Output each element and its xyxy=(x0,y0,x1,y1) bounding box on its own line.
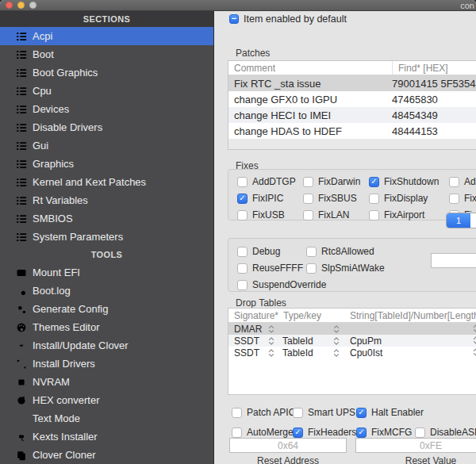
checkbox-addmchc[interactable]: AddMCHC xyxy=(449,176,476,187)
text-lines-icon xyxy=(16,413,27,424)
list-icon xyxy=(16,195,27,206)
sidebar-tool-clover-cloner[interactable]: Clover Cloner xyxy=(0,446,213,464)
type-stepper[interactable] xyxy=(333,324,340,334)
reset-address-label: Reset Address xyxy=(229,455,347,464)
checkbox-fixmcfg[interactable]: FixMCFG xyxy=(356,427,415,438)
sidebar-item-boot[interactable]: Boot xyxy=(0,45,213,63)
patches-row[interactable]: Fix RTC _sta issue 79001415 5F535441 xyxy=(228,75,476,91)
value-stepper[interactable] xyxy=(473,324,476,333)
patches-row[interactable]: change HDAS to HDEF 48444153 xyxy=(228,123,476,139)
sidebar-item-gui[interactable]: Gui xyxy=(0,136,213,155)
fixes-page-2-segment[interactable] xyxy=(470,213,476,228)
checkbox-fixheaders[interactable]: FixHeaders xyxy=(293,427,356,438)
title-bar: con xyxy=(0,0,476,11)
list-icon xyxy=(16,104,27,115)
download-icon xyxy=(16,340,27,351)
sidebar-tool-generate-config[interactable]: Generate Config xyxy=(0,300,213,318)
checkbox-reuseffff[interactable]: ReuseFFFF xyxy=(237,263,306,274)
sidebar-tool-nvram[interactable]: NVRAM xyxy=(0,373,213,391)
zoom-window-button[interactable] xyxy=(29,2,36,9)
sidebar-item-cpu[interactable]: Cpu xyxy=(0,82,213,100)
column-header-string-number[interactable]: String[TableId]/Number[Length] xyxy=(342,310,476,321)
reset-address-field[interactable] xyxy=(229,438,347,453)
signature-stepper[interactable] xyxy=(268,336,274,346)
sidebar-item-rt-variables[interactable]: Rt Variables xyxy=(0,191,213,209)
sidebar-tool-themes-editor[interactable]: Themes Editor xyxy=(0,318,213,336)
checkbox-smart-ups[interactable]: Smart UPS xyxy=(293,407,356,418)
sidebar-tool-hex-converter[interactable]: HEX converter xyxy=(0,391,213,409)
patches-row[interactable]: change HECI to IMEI 48454349 xyxy=(228,107,476,123)
sidebar-tool-install-update-clover[interactable]: Install/Update Clover xyxy=(0,336,213,355)
patches-row[interactable]: change GFX0 to IGPU 47465830 xyxy=(228,91,476,107)
drop-table-row[interactable]: SSDT TableId Cpu0Ist xyxy=(228,347,476,359)
drop-table-row[interactable]: DMAR xyxy=(228,323,476,335)
sidebar-tool-install-drivers[interactable]: Install Drivers xyxy=(0,355,213,373)
gears-icon xyxy=(16,304,27,315)
reset-value-field[interactable] xyxy=(355,438,476,453)
sidebar: SECTIONS Acpi Boot Boot Graphics Cpu Dev… xyxy=(0,11,214,464)
sidebar-tool-boot-log[interactable]: Boot.log xyxy=(0,282,213,300)
checkbox-fixshutdown[interactable]: FixShutdown xyxy=(369,176,449,187)
checkbox-disableaspm[interactable]: DisableASPM xyxy=(415,427,476,438)
signature-stepper[interactable] xyxy=(268,348,274,358)
checkbox-debug[interactable]: Debug xyxy=(237,246,306,257)
fixes-page-control: 1 xyxy=(446,213,476,228)
item-enabled-default-checkbox[interactable] xyxy=(229,14,239,24)
sidebar-item-disable-drivers[interactable]: Disable Drivers xyxy=(0,118,213,136)
tools-icon xyxy=(16,359,27,370)
list-icon xyxy=(16,177,27,188)
list-icon xyxy=(16,67,27,79)
refresh-icon xyxy=(16,395,27,406)
item-enabled-default-row: Item enabled by default xyxy=(229,13,347,25)
minimize-window-button[interactable] xyxy=(17,2,25,9)
patches-title: Patches xyxy=(236,48,270,59)
type-stepper[interactable] xyxy=(333,336,340,346)
sidebar-tool-kexts-installer[interactable]: Kexts Installer xyxy=(0,428,213,446)
column-header-signature[interactable]: Signature* xyxy=(228,310,277,321)
drop-tables-title: Drop Tables xyxy=(236,297,286,309)
checkbox-fixdarwin[interactable]: FixDarwin xyxy=(303,176,369,187)
sidebar-item-boot-graphics[interactable]: Boot Graphics xyxy=(0,63,213,82)
sidebar-item-kernel-and-kext-patches[interactable]: Kernel and Kext Patches xyxy=(0,173,213,191)
checkbox-adddtgp[interactable]: AddDTGP xyxy=(237,176,303,187)
drive-icon xyxy=(16,267,27,278)
sidebar-item-smbios[interactable]: SMBIOS xyxy=(0,209,213,228)
sidebar-item-devices[interactable]: Devices xyxy=(0,100,213,118)
close-window-button[interactable] xyxy=(6,2,13,9)
checkbox-fixsbus[interactable]: FixSBUS xyxy=(303,193,369,204)
checkbox-rtc8allowed[interactable]: Rtc8Allowed xyxy=(306,246,374,257)
copy-icon xyxy=(16,450,27,461)
checkbox-fixdisplay[interactable]: FixDisplay xyxy=(369,193,449,204)
app-window: con SECTIONS Acpi Boot Boot Graphics Cpu… xyxy=(0,0,476,464)
plug-icon xyxy=(16,431,27,443)
bottom-row-1: Patch APIC Smart UPS Halt Enabler xyxy=(232,407,424,418)
checkbox-halt-enabler[interactable]: Halt Enabler xyxy=(356,407,424,418)
checkbox-fixusb[interactable]: FixUSB xyxy=(237,209,303,220)
checkbox-fixairport[interactable]: FixAirport xyxy=(369,209,449,220)
sidebar-tool-mount-efi[interactable]: Mount EFI xyxy=(0,263,213,282)
checkbox-automerge[interactable]: AutoMerge xyxy=(232,427,293,438)
checkbox-suspendoverride[interactable]: SuspendOverride xyxy=(237,279,326,290)
checkbox-slpsmiatwake[interactable]: SlpSmiAtWake xyxy=(306,263,385,274)
checkbox-patch-apic[interactable]: Patch APIC xyxy=(232,407,293,418)
sidebar-item-system-parameters[interactable]: System Parameters xyxy=(0,228,213,246)
drop-tables-table: Signature* Type/key String[TableId]/Numb… xyxy=(228,308,476,395)
sidebar-tool-text-mode[interactable]: Text Mode xyxy=(0,409,213,428)
list-icon xyxy=(16,213,27,224)
sidebar-item-acpi[interactable]: Acpi xyxy=(0,27,213,45)
column-header-type-key[interactable]: Type/key xyxy=(277,310,342,321)
debug-value-field[interactable] xyxy=(431,253,476,268)
fixes-page-1-segment[interactable]: 1 xyxy=(447,213,470,228)
column-header-find-hex[interactable]: Find* [HEX] xyxy=(392,61,476,75)
checkbox-fixlan[interactable]: FixLAN xyxy=(303,209,369,220)
sidebar-item-graphics[interactable]: Graphics xyxy=(0,155,213,173)
checkbox-fixide[interactable]: FixIDE xyxy=(449,193,476,204)
value-stepper[interactable] xyxy=(473,336,476,345)
signature-stepper[interactable] xyxy=(268,324,274,334)
value-stepper[interactable] xyxy=(473,347,476,357)
column-header-comment[interactable]: Comment xyxy=(228,63,392,74)
fixes-group: AddDTGP FixDarwin FixShutdown AddMCHC Fi… xyxy=(228,169,476,220)
type-stepper[interactable] xyxy=(333,348,340,358)
checkbox-fixipic[interactable]: FixIPIC xyxy=(237,193,303,204)
drop-table-row[interactable]: SSDT TableId CpuPm xyxy=(228,335,476,347)
